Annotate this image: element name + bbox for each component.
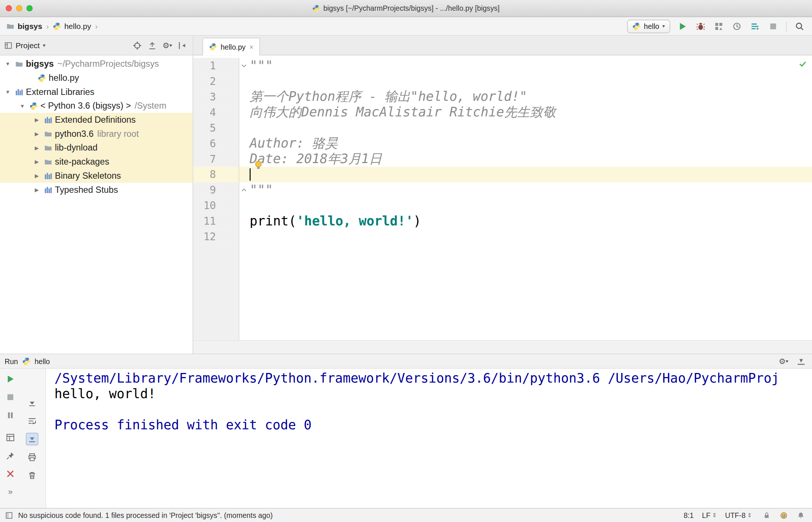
hector-button[interactable] bbox=[777, 509, 790, 522]
expander-icon[interactable]: ▶ bbox=[32, 145, 42, 151]
expander-icon[interactable]: ▶ bbox=[32, 159, 42, 165]
tree-item-extended-definitions[interactable]: ▶Extended Definitions bbox=[0, 113, 193, 127]
inspections-ok-icon[interactable] bbox=[799, 60, 807, 68]
intention-bulb-icon[interactable] bbox=[253, 159, 264, 170]
encoding-selector[interactable]: UTF-8⇕ bbox=[725, 511, 752, 519]
python-file-icon bbox=[209, 43, 217, 51]
line-number[interactable]: 1 bbox=[193, 58, 239, 73]
settings-button[interactable]: ⚙▾ bbox=[161, 39, 174, 52]
line-number[interactable]: 4 bbox=[193, 105, 239, 120]
chevron-down-icon[interactable]: ▾ bbox=[43, 43, 45, 48]
close-window-button[interactable] bbox=[6, 5, 12, 11]
profile-button[interactable] bbox=[731, 20, 743, 33]
editor-line-9: 9""" bbox=[193, 182, 812, 198]
tree-item-typeshed-stubs[interactable]: ▶Typeshed Stubs bbox=[0, 183, 193, 197]
code-token: """ bbox=[250, 182, 273, 198]
close-button[interactable] bbox=[4, 468, 17, 480]
pin-button[interactable] bbox=[4, 449, 17, 462]
tree-item-site-packages[interactable]: ▶site-packages bbox=[0, 155, 193, 169]
tree-item-lib-dynload[interactable]: ▶lib-dynload bbox=[0, 141, 193, 155]
status-bar: No suspicious code found. 1 files proces… bbox=[0, 508, 812, 522]
line-number[interactable]: 11 bbox=[193, 213, 239, 229]
code-editor[interactable]: 1"""23第一个Python程序 - 输出"hello, world!"4向伟… bbox=[193, 55, 812, 340]
fold-gutter bbox=[239, 120, 248, 136]
tree-item-python-3-6-bigsys[interactable]: ▼< Python 3.6 (bigsys) >/System bbox=[0, 99, 193, 113]
caret-position[interactable]: 8:1 bbox=[684, 511, 694, 519]
tree-item-label: lib-dynload bbox=[55, 143, 98, 153]
lock-button[interactable] bbox=[760, 509, 773, 522]
expander-icon[interactable]: ▶ bbox=[32, 117, 42, 123]
expander-icon[interactable]: ▶ bbox=[32, 173, 42, 178]
tree-item-bigsys[interactable]: ▼bigsys~/PycharmProjects/bigsys bbox=[0, 57, 193, 71]
zoom-window-button[interactable] bbox=[26, 5, 33, 11]
hide-button[interactable] bbox=[176, 39, 189, 52]
minimize-window-button[interactable] bbox=[16, 5, 22, 11]
project-panel-title[interactable]: Project bbox=[16, 41, 40, 50]
settings-button[interactable]: ⚙▾ bbox=[777, 355, 790, 367]
python-icon bbox=[29, 102, 38, 110]
line-number[interactable]: 10 bbox=[193, 198, 239, 214]
line-number[interactable]: 6 bbox=[193, 136, 239, 151]
line-number[interactable]: 9 bbox=[193, 182, 239, 198]
locate-button[interactable] bbox=[131, 39, 143, 52]
line-number[interactable]: 5 bbox=[193, 120, 239, 136]
code-line: Date: 2018年3月1日 bbox=[248, 151, 812, 167]
editor-line-10: 10 bbox=[193, 198, 812, 214]
folder-icon bbox=[43, 158, 53, 166]
tree-item-hello-py[interactable]: hello.py bbox=[0, 71, 193, 85]
tree-item-python3-6[interactable]: ▶python3.6library root bbox=[0, 127, 193, 141]
hide-bottom-button[interactable] bbox=[795, 355, 808, 367]
more-button[interactable]: » bbox=[4, 486, 17, 498]
rerun-button[interactable] bbox=[4, 373, 17, 386]
tree-item-binary-skeletons[interactable]: ▶Binary Skeletons bbox=[0, 169, 193, 183]
down-stack-button[interactable] bbox=[26, 397, 39, 409]
breadcrumb-separator: › bbox=[45, 22, 50, 30]
tab-hello-py[interactable]: hello.py × bbox=[202, 38, 260, 55]
stop-button[interactable] bbox=[4, 391, 17, 403]
tree-item-external-libraries[interactable]: ▼External Libraries bbox=[0, 85, 193, 99]
pause-button[interactable] bbox=[4, 409, 17, 422]
fold-gutter bbox=[239, 198, 248, 214]
expander-icon[interactable]: ▶ bbox=[32, 187, 42, 192]
run-config-selector[interactable]: hello ▾ bbox=[627, 19, 670, 33]
line-number[interactable]: 7 bbox=[193, 151, 239, 167]
expander-icon[interactable]: ▼ bbox=[17, 103, 27, 109]
tool-window-switcher-icon[interactable] bbox=[5, 511, 13, 519]
run-button[interactable] bbox=[676, 20, 689, 33]
status-message: No suspicious code found. 1 files proces… bbox=[18, 511, 273, 519]
clear-button[interactable] bbox=[26, 469, 39, 482]
breadcrumb-project[interactable]: bigsys bbox=[17, 22, 42, 31]
print-button[interactable] bbox=[26, 451, 39, 464]
window-title-area: bigsys [~/PycharmProjects/bigsys] - .../… bbox=[0, 0, 812, 17]
soft-wrap-button[interactable] bbox=[26, 415, 39, 427]
stop-button[interactable] bbox=[767, 20, 779, 33]
line-number[interactable]: 2 bbox=[193, 73, 239, 89]
bell-button[interactable] bbox=[795, 509, 807, 522]
fold-start-icon[interactable] bbox=[239, 58, 248, 73]
expander-icon[interactable]: ▶ bbox=[32, 131, 42, 136]
restore-layout-button[interactable] bbox=[4, 431, 17, 444]
close-tab-icon[interactable]: × bbox=[249, 43, 253, 51]
project-tool-icon bbox=[4, 41, 12, 49]
fold-end-icon[interactable] bbox=[239, 182, 248, 198]
run-console[interactable]: /System/Library/Frameworks/Python.framew… bbox=[46, 369, 812, 508]
search-button[interactable] bbox=[793, 20, 806, 33]
tree-item-label: Binary Skeletons bbox=[55, 171, 121, 181]
run-process-label[interactable]: hello bbox=[34, 357, 50, 365]
line-number[interactable]: 8 bbox=[193, 167, 239, 182]
tree-item-label: python3.6 bbox=[55, 129, 93, 139]
line-ending-selector[interactable]: LF⇕ bbox=[702, 511, 717, 519]
run-tool-window: Run hello ⚙▾ » /System/Library/Framework… bbox=[0, 354, 812, 508]
expander-icon[interactable]: ▼ bbox=[3, 89, 12, 95]
code-line bbox=[248, 73, 812, 89]
line-number[interactable]: 3 bbox=[193, 89, 239, 105]
concurrency-button[interactable] bbox=[749, 20, 762, 33]
line-number[interactable]: 12 bbox=[193, 229, 239, 244]
run-panel-title[interactable]: Run bbox=[5, 357, 18, 365]
breadcrumb-file[interactable]: hello.py bbox=[64, 22, 91, 31]
coverage-button[interactable] bbox=[713, 20, 725, 33]
expander-icon[interactable]: ▼ bbox=[3, 61, 12, 67]
debug-button[interactable] bbox=[694, 20, 707, 33]
scroll-end-button[interactable] bbox=[26, 433, 39, 446]
collapse-all-button[interactable] bbox=[146, 39, 159, 52]
